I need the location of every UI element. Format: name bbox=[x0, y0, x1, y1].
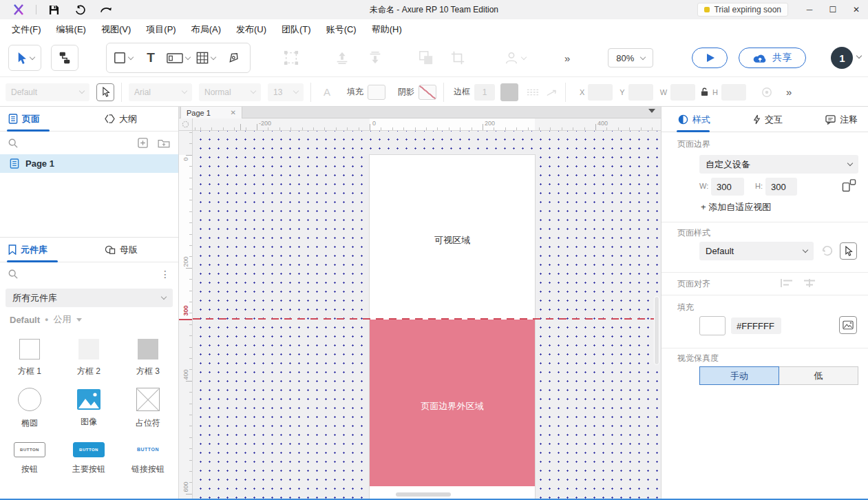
menu-view[interactable]: 视图(V) bbox=[94, 19, 138, 39]
widget-label: 链接按钮 bbox=[131, 463, 165, 475]
widget-item[interactable]: 占位符 bbox=[118, 383, 178, 433]
y-input[interactable] bbox=[628, 84, 653, 101]
add-adaptive-view-link[interactable]: + 添加自适应视图 bbox=[701, 201, 771, 213]
undo-icon[interactable] bbox=[70, 2, 90, 17]
widget-item[interactable]: BUTTON链接按钮 bbox=[118, 433, 178, 483]
widget-item[interactable]: 方框 2 bbox=[59, 333, 118, 383]
h-input[interactable] bbox=[721, 84, 746, 101]
vertical-scrollbar[interactable] bbox=[654, 296, 659, 365]
device-select[interactable]: 自定义设备 bbox=[699, 155, 858, 174]
vertical-ruler[interactable]: 0 200 300 400 600 bbox=[179, 131, 193, 500]
library-select[interactable]: 所有元件库 bbox=[6, 289, 173, 307]
menu-account[interactable]: 账号(C) bbox=[319, 19, 364, 39]
fidelity-low-button[interactable]: 低 bbox=[779, 366, 858, 385]
share-button[interactable]: 共享 bbox=[739, 48, 806, 68]
preview-button[interactable] bbox=[692, 48, 728, 68]
tab-outline[interactable]: 大纲 bbox=[105, 113, 137, 125]
search-icon[interactable] bbox=[8, 138, 18, 148]
kebab-menu-icon[interactable]: ⋮ bbox=[160, 269, 170, 280]
add-folder-icon[interactable] bbox=[158, 138, 170, 148]
font-family-select[interactable]: Arial bbox=[129, 83, 192, 101]
menu-file[interactable]: 文件(F) bbox=[4, 19, 49, 39]
page-height-input[interactable] bbox=[765, 178, 797, 196]
font-size-select[interactable]: 13 bbox=[268, 83, 304, 101]
font-weight-select[interactable]: Normal bbox=[199, 83, 261, 101]
menu-project[interactable]: 项目(P) bbox=[138, 19, 183, 39]
toolbar-overflow-chevron[interactable]: » bbox=[564, 52, 571, 64]
outside-area-label: 页面边界外区域 bbox=[370, 400, 535, 413]
select-tool-button[interactable] bbox=[8, 45, 41, 71]
library-section-header[interactable]: Default ● 公用 bbox=[0, 307, 178, 327]
canvas-tab-page1[interactable]: Page 1 ✕ bbox=[180, 107, 242, 118]
close-button[interactable]: ✕ bbox=[845, 0, 868, 19]
horizontal-scrollbar[interactable] bbox=[396, 492, 451, 497]
font-color-button[interactable]: A bbox=[324, 86, 330, 98]
widget-item[interactable]: H2 bbox=[59, 483, 118, 500]
connector-tool-button[interactable] bbox=[51, 45, 78, 71]
text-tool-button[interactable]: T bbox=[137, 45, 165, 71]
chevron-down-icon bbox=[185, 54, 191, 59]
rotate-device-icon[interactable] bbox=[842, 178, 856, 192]
menu-publish[interactable]: 发布(U) bbox=[229, 19, 274, 39]
tab-interaction[interactable]: 交互 bbox=[753, 107, 783, 132]
page-width-input[interactable] bbox=[711, 178, 744, 196]
widget-item[interactable]: BUTTON主要按钮 bbox=[59, 433, 118, 483]
tab-widget-library[interactable]: 元件库 bbox=[8, 244, 47, 256]
trial-badge[interactable]: Trial expiring soon bbox=[697, 3, 788, 17]
fill-image-button[interactable] bbox=[839, 316, 857, 334]
pen-tool-button[interactable] bbox=[220, 45, 247, 71]
menu-help[interactable]: 帮助(H) bbox=[364, 19, 410, 39]
avatar-chevron-icon[interactable] bbox=[856, 53, 862, 59]
tab-style[interactable]: 样式 bbox=[678, 107, 710, 132]
horizontal-ruler[interactable]: -200 0 200 400 bbox=[193, 118, 661, 131]
widget-item[interactable]: 方框 3 bbox=[118, 333, 178, 383]
minimize-button[interactable]: ─ bbox=[798, 0, 821, 19]
x-input[interactable] bbox=[588, 84, 613, 101]
widget-item[interactable]: H3 bbox=[118, 483, 178, 500]
fill-hex-field[interactable]: #FFFFFF bbox=[731, 317, 781, 334]
shadow-swatch[interactable] bbox=[419, 85, 436, 100]
fidelity-manual-button[interactable]: 手动 bbox=[699, 366, 779, 385]
formatbar-overflow-chevron[interactable]: » bbox=[786, 86, 792, 98]
maximize-button[interactable]: ☐ bbox=[821, 0, 845, 19]
widget-item[interactable]: 图像 bbox=[59, 383, 118, 433]
ruler-corner[interactable] bbox=[179, 118, 193, 131]
widget-style-select[interactable]: Default bbox=[6, 83, 89, 101]
w-input[interactable] bbox=[670, 84, 695, 101]
rectangle-tool-button[interactable] bbox=[109, 45, 137, 71]
menu-edit[interactable]: 编辑(E) bbox=[49, 19, 94, 39]
tab-close-icon[interactable]: ✕ bbox=[231, 109, 236, 116]
widget-item[interactable]: 椭圆 bbox=[0, 383, 59, 433]
save-icon[interactable] bbox=[43, 2, 64, 17]
widget-item[interactable]: H1 bbox=[0, 483, 59, 500]
menu-team[interactable]: 团队(T) bbox=[274, 19, 319, 39]
fill-color-swatch[interactable] bbox=[699, 316, 726, 335]
design-canvas[interactable]: 可视区域 页面边界外区域 bbox=[193, 131, 661, 500]
redo-icon[interactable] bbox=[96, 2, 116, 17]
widget-item[interactable]: BUTTON按钮 bbox=[0, 433, 59, 483]
style-picker-button[interactable] bbox=[840, 242, 857, 260]
page-list-item[interactable]: Page 1 bbox=[0, 154, 178, 173]
menu-arrange[interactable]: 布局(A) bbox=[184, 19, 229, 39]
active-tab-underline bbox=[677, 130, 710, 132]
widget-label: 方框 2 bbox=[77, 366, 100, 377]
border-width-input[interactable] bbox=[474, 84, 495, 101]
tab-notes[interactable]: 注释 bbox=[825, 107, 858, 132]
avatar[interactable]: 1 bbox=[831, 47, 853, 69]
ruler-label: 200 bbox=[485, 120, 495, 127]
zoom-select[interactable]: 80% bbox=[608, 48, 653, 67]
tab-masters[interactable]: 母版 bbox=[105, 244, 138, 256]
fill-swatch[interactable] bbox=[368, 85, 385, 100]
border-color-swatch[interactable] bbox=[500, 83, 518, 101]
tab-pages[interactable]: 页面 bbox=[8, 113, 40, 125]
inputbox-tool-button[interactable] bbox=[165, 45, 192, 71]
widget-item[interactable]: 方框 1 bbox=[0, 333, 59, 383]
table-tool-button[interactable] bbox=[192, 45, 220, 71]
page-style-select[interactable]: Default bbox=[699, 242, 814, 260]
tab-list-dropdown-icon[interactable] bbox=[648, 109, 655, 113]
lock-ratio-icon[interactable] bbox=[701, 87, 708, 96]
search-icon[interactable] bbox=[8, 269, 18, 279]
outline-icon bbox=[105, 114, 115, 123]
add-page-icon[interactable] bbox=[138, 138, 148, 148]
style-picker-button[interactable] bbox=[96, 83, 114, 101]
